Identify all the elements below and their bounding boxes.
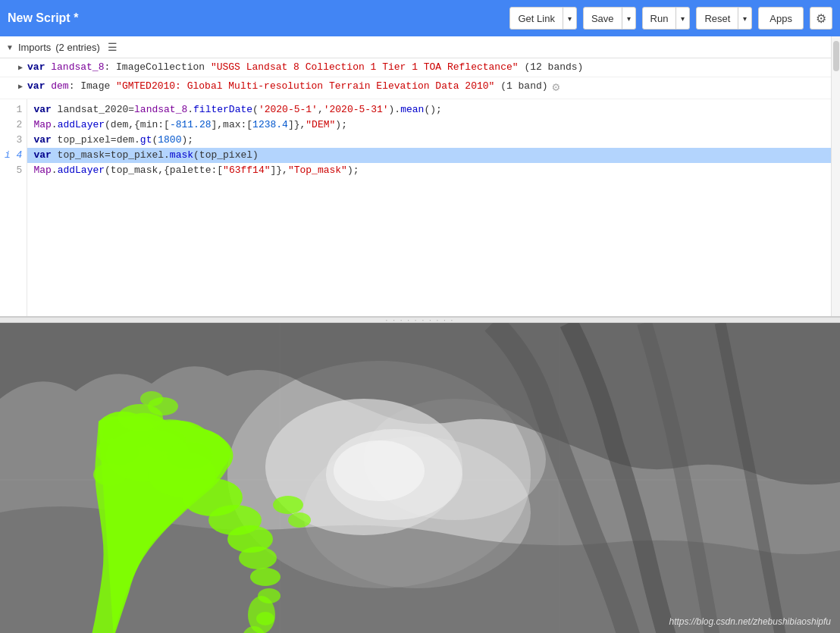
run-button[interactable]: Run ▾: [642, 7, 691, 30]
save-label: Save: [584, 13, 622, 24]
imports-bar[interactable]: ▼ Imports (2 entries) ☰: [0, 36, 840, 58]
app-title: New Script *: [8, 11, 503, 25]
apps-button[interactable]: Apps: [758, 7, 804, 30]
reset-arrow-icon[interactable]: ▾: [738, 8, 751, 29]
code-line-4[interactable]: var top_mask=top_pixel.mask(top_pixel): [27, 148, 840, 163]
line-num-1: 1: [5, 102, 22, 118]
import-item-text-2: var dem: Image "GMTED2010: Global Multi-…: [27, 79, 548, 94]
import-item-landsat[interactable]: ▶ var landsat_8: ImageCollection "USGS L…: [0, 58, 840, 77]
save-arrow-icon[interactable]: ▾: [622, 8, 635, 29]
gear-icon: ⚙: [816, 11, 826, 26]
toolbar: New Script * Get Link ▾ Save ▾ Run ▾ Res…: [0, 0, 840, 36]
get-link-label: Get Link: [510, 13, 562, 24]
line-num-2: 2: [5, 118, 22, 133]
code-line-3[interactable]: var top_pixel=dem.gt(1800);: [27, 133, 840, 148]
get-link-button[interactable]: Get Link ▾: [509, 7, 576, 30]
imports-collapse-icon[interactable]: ▼: [6, 43, 14, 52]
svg-point-16: [239, 547, 277, 569]
code-lines[interactable]: var landsat_2020=landsat_8.filterDate('2…: [27, 99, 840, 317]
scrollbar-thumb[interactable]: [833, 41, 839, 71]
import-expand-icon-2[interactable]: ▶: [18, 81, 23, 92]
editor-area: ▼ Imports (2 entries) ☰ ▶ var landsat_8:…: [0, 36, 840, 317]
import-item-dem[interactable]: ▶ var dem: Image "GMTED2010: Global Mult…: [0, 77, 840, 99]
line-numbers: 1 2 3 i 4 5: [0, 99, 27, 317]
resize-handle[interactable]: · · · · · · · · · ·: [0, 317, 840, 323]
code-line-2[interactable]: Map.addLayer(dem,{min:[-811.28],max:[123…: [27, 118, 840, 133]
run-label: Run: [643, 13, 676, 24]
svg-point-17: [250, 568, 281, 586]
svg-point-24: [288, 512, 311, 528]
svg-point-21: [96, 438, 139, 465]
imports-label: Imports: [18, 42, 51, 53]
reset-button[interactable]: Reset ▾: [696, 7, 752, 30]
dem-info-icon[interactable]: ⚙: [553, 79, 560, 97]
editor-scrollbar[interactable]: [831, 36, 840, 316]
svg-point-22: [93, 463, 127, 486]
line-num-4: i 4: [5, 148, 22, 163]
reset-label: Reset: [697, 13, 738, 24]
line-num-3: 3: [5, 133, 22, 148]
list-icon: ☰: [108, 41, 118, 53]
map-area[interactable]: https://blog.csdn.net/zhebushibiaoshipfu: [0, 323, 840, 633]
watermark: https://blog.csdn.net/zhebushibiaoshipfu: [669, 616, 831, 627]
imports-count: (2 entries): [55, 42, 100, 53]
apps-label: Apps: [769, 13, 792, 24]
save-button[interactable]: Save ▾: [583, 7, 636, 30]
settings-button[interactable]: ⚙: [810, 7, 832, 30]
line-num-5: 5: [5, 163, 22, 178]
get-link-arrow-icon[interactable]: ▾: [563, 8, 576, 29]
watermark-text: https://blog.csdn.net/zhebushibiaoshipfu: [669, 616, 831, 627]
svg-point-26: [167, 442, 212, 469]
run-arrow-icon[interactable]: ▾: [675, 8, 689, 29]
code-line-1[interactable]: var landsat_2020=landsat_8.filterDate('2…: [27, 102, 840, 118]
code-editor[interactable]: 1 2 3 i 4 5 var landsat_2020=landsat_8.f…: [0, 99, 840, 317]
import-item-text: var landsat_8: ImageCollection "USGS Lan…: [27, 60, 583, 75]
import-expand-icon[interactable]: ▶: [18, 62, 23, 74]
svg-point-10: [334, 440, 425, 501]
map-svg: [0, 323, 840, 633]
code-line-5[interactable]: Map.addLayer(top_mask,{palette:["63ff14"…: [27, 163, 840, 178]
svg-point-29: [140, 391, 163, 406]
svg-point-23: [273, 496, 303, 514]
